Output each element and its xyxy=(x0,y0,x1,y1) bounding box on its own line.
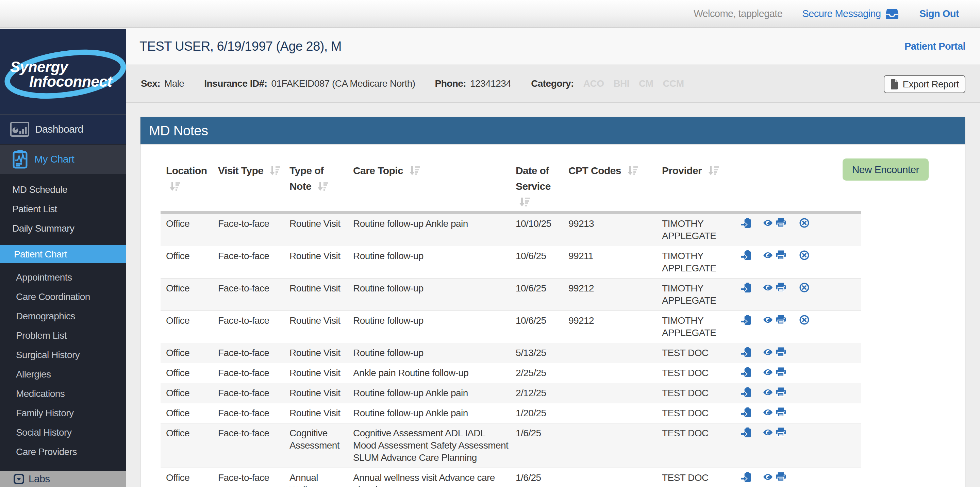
secure-messaging-link[interactable]: Secure Messaging xyxy=(802,8,898,19)
column-header-provider[interactable]: Provider xyxy=(657,154,730,213)
sidebar-subitem[interactable]: Demographics xyxy=(0,306,126,326)
column-header-date-of-service[interactable]: Date of Service xyxy=(510,154,563,213)
phone-value: 12341234 xyxy=(470,78,511,89)
sidebar-subitem[interactable]: Problem List xyxy=(0,326,126,345)
sort-icon[interactable] xyxy=(708,166,719,175)
print-note-icon[interactable] xyxy=(776,283,786,293)
open-encounter-icon[interactable] xyxy=(741,387,751,397)
column-header-visit-type[interactable]: Visit Type xyxy=(213,154,284,213)
view-note-icon[interactable] xyxy=(763,218,773,228)
sort-icon[interactable] xyxy=(269,166,280,175)
category-label: Category: xyxy=(531,78,574,89)
view-note-icon[interactable] xyxy=(763,315,773,325)
sidebar-subitem[interactable]: Family History xyxy=(0,403,126,423)
category-options: ACOBHICMCCM xyxy=(574,78,684,89)
view-note-icon[interactable] xyxy=(763,250,773,260)
delete-note-icon[interactable] xyxy=(799,250,809,260)
view-note-icon[interactable] xyxy=(763,387,773,397)
sidebar-subitem[interactable]: Medications xyxy=(0,384,126,403)
sign-out-link[interactable]: Sign Out xyxy=(920,8,959,19)
open-encounter-icon[interactable] xyxy=(741,367,751,377)
sidebar-sub-list: AppointmentsCare CoordinationDemographic… xyxy=(0,267,126,462)
view-note-icon[interactable] xyxy=(763,283,773,293)
category-option[interactable]: BHI xyxy=(613,78,629,89)
open-encounter-icon[interactable] xyxy=(741,472,751,482)
delete-note-icon[interactable] xyxy=(799,283,809,293)
cell-visit-type: Face-to-face xyxy=(213,423,284,468)
insurance-value: 01FAKEID087 (CA Medicare North) xyxy=(271,78,415,89)
my-chart-icon xyxy=(13,150,27,169)
print-note-icon[interactable] xyxy=(776,347,786,357)
column-header-type-of-note[interactable]: Type of Note xyxy=(284,154,347,213)
sidebar-nav: MD SchedulePatient ListDaily Summary Pat… xyxy=(0,174,126,471)
print-note-icon[interactable] xyxy=(776,367,786,377)
category-option[interactable]: ACO xyxy=(583,78,604,89)
column-header-location[interactable]: Location xyxy=(161,154,213,213)
export-report-button[interactable]: Export Report xyxy=(884,75,966,93)
sidebar-subitem[interactable]: Allergies xyxy=(0,364,126,384)
open-encounter-icon[interactable] xyxy=(741,218,751,228)
open-encounter-icon[interactable] xyxy=(741,428,751,437)
delete-note-icon[interactable] xyxy=(799,218,809,228)
sidebar-item-patient-chart-active[interactable]: Patient Chart xyxy=(0,245,126,263)
open-encounter-icon[interactable] xyxy=(741,407,751,417)
cell-actions xyxy=(730,423,861,468)
cell-provider: TIMOTHY APPLEGATE xyxy=(657,279,730,311)
open-encounter-icon[interactable] xyxy=(741,347,751,357)
open-encounter-icon[interactable] xyxy=(741,315,751,325)
print-note-icon[interactable] xyxy=(776,250,786,260)
cell-actions xyxy=(730,311,861,343)
delete-note-icon[interactable] xyxy=(799,315,809,325)
sidebar-subitem[interactable]: Care Providers xyxy=(0,442,126,462)
print-note-icon[interactable] xyxy=(776,472,786,482)
sort-icon[interactable] xyxy=(169,181,180,191)
cell-care-topic: Routine follow-up xyxy=(347,279,510,311)
open-encounter-icon[interactable] xyxy=(741,283,751,293)
sort-icon[interactable] xyxy=(627,166,638,175)
cell-cpt-codes: 99213 xyxy=(563,213,657,246)
print-note-icon[interactable] xyxy=(776,218,786,228)
brand-logo[interactable]: Synergy Infoconnect xyxy=(0,29,126,114)
sidebar-item-label: Dashboard xyxy=(35,123,83,135)
cell-visit-type: Face-to-face xyxy=(213,403,284,423)
view-note-icon[interactable] xyxy=(763,428,773,437)
cell-date-of-service: 1/20/25 xyxy=(510,403,563,423)
print-note-icon[interactable] xyxy=(776,387,786,397)
column-header-care-topic[interactable]: Care Topic xyxy=(347,154,510,213)
sidebar-item-labs[interactable]: Labs xyxy=(0,471,126,487)
cell-visit-type: Face-to-face xyxy=(213,279,284,311)
cell-cpt-codes xyxy=(563,468,657,487)
sidebar-item[interactable]: MD Schedule xyxy=(0,180,126,199)
view-note-icon[interactable] xyxy=(763,347,773,357)
view-note-icon[interactable] xyxy=(763,472,773,482)
cell-location: Office xyxy=(161,311,213,343)
sidebar-subitem[interactable]: Care Coordination xyxy=(0,287,126,306)
column-header-cpt-codes[interactable]: CPT Codes xyxy=(563,154,657,213)
new-encounter-button[interactable]: New Encounter xyxy=(843,159,929,181)
sort-icon[interactable] xyxy=(317,181,328,191)
sort-icon[interactable] xyxy=(519,197,530,207)
sidebar-subitem[interactable]: Surgical History xyxy=(0,345,126,364)
cell-cpt-codes xyxy=(563,343,657,363)
open-encounter-icon[interactable] xyxy=(741,250,751,260)
category-option[interactable]: CCM xyxy=(663,78,684,89)
cell-cpt-codes xyxy=(563,363,657,383)
sidebar-item-my-chart[interactable]: My Chart xyxy=(0,144,126,174)
sidebar-item-dashboard[interactable]: Dashboard xyxy=(0,114,126,144)
insurance-label: Insurance ID#: xyxy=(204,78,267,89)
sidebar-subitem[interactable]: Social History xyxy=(0,423,126,442)
print-note-icon[interactable] xyxy=(776,315,786,325)
sidebar-item[interactable]: Daily Summary xyxy=(0,219,126,238)
content-area: MD Notes New Encounter Location Visit Ty… xyxy=(126,103,980,487)
panel-body: New Encounter Location Visit Type Type o… xyxy=(140,145,965,487)
print-note-icon[interactable] xyxy=(776,428,786,437)
print-note-icon[interactable] xyxy=(776,407,786,417)
sort-icon[interactable] xyxy=(409,166,420,175)
cell-date-of-service: 1/6/25 xyxy=(510,423,563,468)
view-note-icon[interactable] xyxy=(763,367,773,377)
sidebar-item[interactable]: Patient List xyxy=(0,199,126,219)
sidebar-subitem[interactable]: Appointments xyxy=(0,267,126,287)
view-note-icon[interactable] xyxy=(763,407,773,417)
category-option[interactable]: CM xyxy=(639,78,653,89)
patient-portal-link[interactable]: Patient Portal xyxy=(905,41,966,52)
